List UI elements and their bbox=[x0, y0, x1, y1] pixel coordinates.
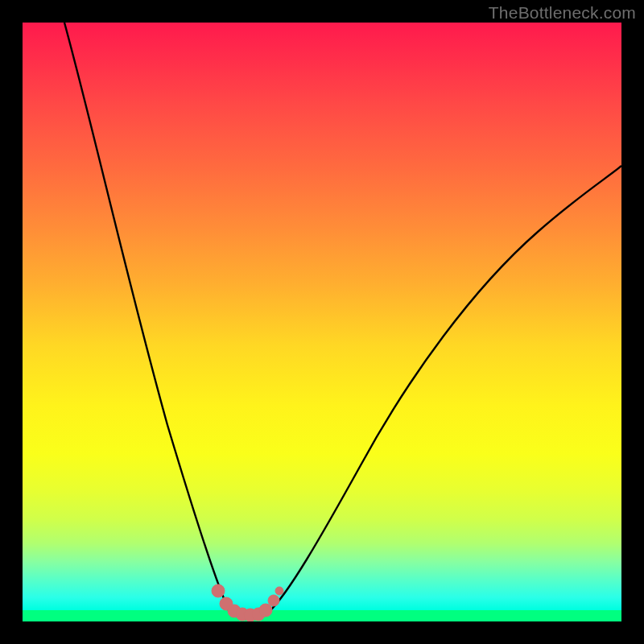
curve-layer bbox=[23, 23, 621, 621]
dot-cluster bbox=[212, 584, 283, 621]
curve-right bbox=[269, 166, 621, 612]
svg-point-6 bbox=[259, 604, 272, 617]
plot-area bbox=[23, 23, 621, 621]
svg-point-7 bbox=[268, 595, 279, 606]
curve-left bbox=[64, 23, 230, 614]
svg-point-8 bbox=[275, 587, 283, 595]
svg-point-0 bbox=[212, 584, 225, 597]
watermark-text: TheBottleneck.com bbox=[489, 3, 636, 23]
chart-frame: TheBottleneck.com bbox=[0, 0, 644, 644]
